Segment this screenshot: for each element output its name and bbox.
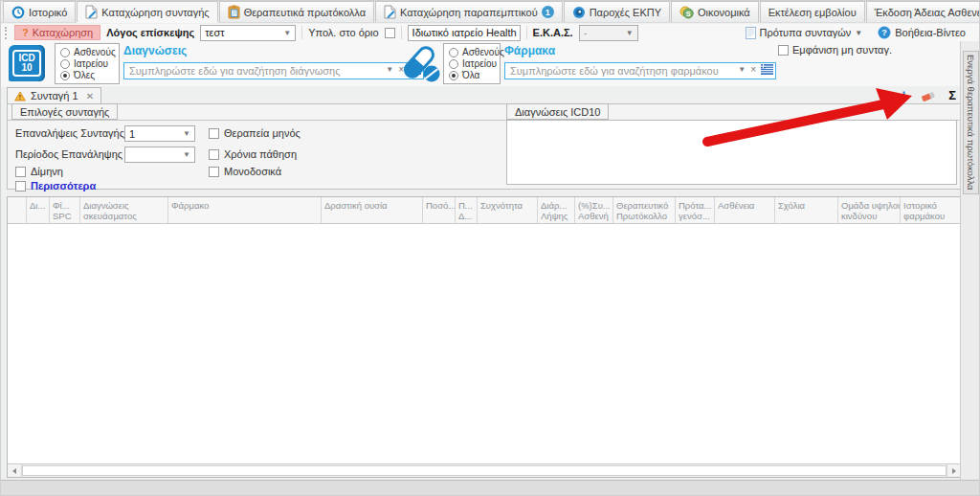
- column-header[interactable]: Σχόλια: [775, 197, 838, 223]
- column-header[interactable]: Π...Δ...: [456, 197, 478, 223]
- eraser-icon[interactable]: [921, 89, 936, 101]
- tab-label: Οικονομικά: [698, 7, 750, 18]
- tab-sick-leave-certificate[interactable]: Έκδοση Άδειας Ασθενείας / Ιατρικής Βεβαί…: [866, 1, 980, 22]
- radio-icon: [449, 71, 458, 80]
- repeat-period-select[interactable]: ▼: [124, 147, 195, 163]
- tab-label: Θεραπευτικά πρωτόκολλα: [244, 7, 366, 18]
- column-header[interactable]: Δραστική ουσία: [322, 197, 423, 223]
- bimonthly-row: Δίμηνη: [15, 166, 63, 177]
- radio-drug-all[interactable]: Όλα: [449, 70, 495, 80]
- radio-drug-patient[interactable]: Ασθενούς: [449, 47, 495, 57]
- document-pencil-icon: [85, 5, 98, 19]
- repeats-value: 1: [129, 128, 135, 140]
- options-tab[interactable]: Επιλογές συνταγής: [11, 103, 118, 120]
- column-header[interactable]: Διαγνώσειςσκευάσματος: [80, 197, 168, 223]
- icd-text: 10: [21, 62, 32, 73]
- scroll-left-button[interactable]: [8, 464, 22, 477]
- radio-drug-office[interactable]: Ιατρείου: [449, 58, 495, 69]
- tab-referral-entry[interactable]: Καταχώρηση παραπεμπτικού 1: [375, 1, 563, 22]
- icd10-book-icon: ICD10: [9, 45, 45, 81]
- column-header[interactable]: Ποσό...: [423, 197, 456, 223]
- prescription-actions: + Σ: [900, 87, 962, 103]
- limit-calc-label: Υπολ. στο όριο: [308, 27, 378, 38]
- scrollbar-thumb[interactable]: [22, 465, 947, 476]
- chronic-condition-checkbox[interactable]: [209, 149, 219, 160]
- column-header[interactable]: ΘεραπευτικόΠρωτόκολλο: [613, 197, 676, 223]
- prescription-drugs-table: Δι... Φί...SPC Διαγνώσειςσκευάσματος Φάρ…: [7, 196, 962, 478]
- tab-therapeutic-protocols[interactable]: Θεραπευτικά πρωτόκολλα: [219, 1, 374, 22]
- help-video-button[interactable]: ? Βοήθεια-Βίντεο: [878, 26, 966, 39]
- main-tabbar: Ιστορικό Καταχώρηση συνταγής Θεραπευτικά…: [1, 1, 979, 23]
- icd10-diagnoses-tab[interactable]: Διαγνώσεις ICD10: [506, 103, 609, 120]
- radio-diagnosis-office[interactable]: Ιατρείου: [60, 58, 114, 69]
- radio-icon: [449, 59, 458, 69]
- column-header[interactable]: Ομάδα υψηλούκινδύνου: [838, 197, 901, 223]
- show-nonprescribed-checkbox[interactable]: [778, 45, 789, 56]
- diagnosis-search-input[interactable]: [123, 62, 424, 79]
- chevron-down-icon: ▼: [620, 29, 634, 37]
- toolbar-grip[interactable]: [5, 27, 8, 39]
- diagnosis-scope-radiogroup: Ασθενούς Ιατρείου Όλες: [55, 43, 120, 84]
- triangle-left-icon: [12, 468, 16, 474]
- show-nonprescribed-checkbox-row: Εμφάνιση μη συνταγ.: [778, 44, 892, 56]
- limit-calc-checkbox[interactable]: [385, 28, 395, 38]
- add-drug-button[interactable]: +: [900, 89, 908, 102]
- month-therapy-checkbox[interactable]: [209, 128, 219, 139]
- column-header[interactable]: Φάρμακο: [168, 197, 322, 223]
- clinic-select[interactable]: Ιδιωτικό ιατρείο Health ... ▼: [408, 25, 521, 41]
- help-label: Βοήθεια-Βίντεο: [895, 27, 966, 38]
- column-header[interactable]: Δι...: [27, 197, 50, 223]
- tab-label: Ιστορικό: [29, 7, 67, 18]
- repeats-select[interactable]: 1 ▼: [124, 125, 195, 142]
- coins-icon: S: [679, 6, 694, 19]
- single-dose-checkbox[interactable]: [209, 167, 219, 177]
- column-header[interactable]: Πρότα...γενόσ...: [676, 197, 715, 223]
- prescription-templates-button[interactable]: Πρότυπα συνταγών ▼: [746, 27, 863, 39]
- chevron-down-icon: ▼: [177, 129, 190, 138]
- input-icons: ▼ ×: [738, 63, 773, 76]
- tab-prescription-1[interactable]: Συνταγή 1 ✕: [7, 87, 101, 103]
- visit-reason-select[interactable]: τεστ ▼: [200, 25, 296, 41]
- close-icon[interactable]: ✕: [86, 91, 94, 101]
- toolbar-right-group: Πρότυπα συνταγών ▼ ? Βοήθεια-Βίντεο: [746, 26, 975, 39]
- column-header[interactable]: Φί...SPC: [50, 197, 80, 223]
- clipboard-icon: [228, 5, 240, 19]
- table-body: [8, 224, 961, 463]
- more-options-checkbox[interactable]: [15, 181, 26, 192]
- sum-button[interactable]: Σ: [948, 88, 956, 102]
- column-header-select[interactable]: [8, 197, 27, 223]
- radio-diagnosis-all[interactable]: Όλες: [60, 70, 114, 80]
- column-header[interactable]: Συχνότητα: [478, 197, 538, 223]
- tab-label: Καταχώρηση συνταγής: [101, 7, 209, 18]
- chevron-down-icon[interactable]: ▼: [738, 65, 746, 74]
- chronic-condition-row: Χρόνια πάθηση: [209, 148, 297, 160]
- tab-prescription-entry[interactable]: Καταχώρηση συνταγής: [77, 1, 217, 22]
- tab-history[interactable]: Ιστορικό: [3, 1, 76, 22]
- template-document-icon: [746, 27, 756, 39]
- tab-financials[interactable]: S Οικονομικά: [671, 1, 759, 22]
- register-button[interactable]: ? Καταχώρηση: [14, 25, 100, 40]
- tab-label: Εκτέλεση εμβολίου: [768, 7, 857, 18]
- active-protocols-side-tab[interactable]: Ενεργά θεραπευτικά πρωτόκολλα: [963, 51, 979, 194]
- tab-vaccine-execution[interactable]: Εκτέλεση εμβολίου: [760, 1, 865, 22]
- column-header[interactable]: Ιστορικόφαρμάκου: [901, 197, 956, 223]
- column-header[interactable]: (%)Συ...Ασθενή: [575, 197, 613, 223]
- bimonthly-checkbox[interactable]: [15, 167, 26, 177]
- chevron-down-icon[interactable]: ▼: [386, 65, 393, 74]
- horizontal-scrollbar[interactable]: [8, 463, 961, 477]
- greek-flag-icon[interactable]: [761, 64, 773, 75]
- svg-text:S: S: [686, 9, 691, 17]
- drug-search-input[interactable]: [504, 62, 776, 79]
- ekas-select[interactable]: - ▼: [579, 25, 638, 41]
- column-header[interactable]: Διάρ...Λήψης: [538, 197, 575, 223]
- scroll-right-button[interactable]: [947, 464, 961, 477]
- tab-ekpy-benefits[interactable]: Παροχές ΕΚΠΥ: [564, 1, 670, 22]
- search-section: ICD10 Ασθενούς Ιατρείου Όλες Διαγνώσεις …: [1, 41, 960, 86]
- column-header[interactable]: Ασθένεια: [715, 197, 775, 223]
- clear-icon[interactable]: ×: [750, 65, 756, 75]
- tab-label: Παροχές ΕΚΠΥ: [590, 7, 661, 18]
- more-options-link[interactable]: Περισσότερα: [31, 180, 96, 192]
- side-panel-strip: Ενεργά θεραπευτικά πρωτόκολλα: [960, 41, 979, 480]
- radio-diagnosis-patient[interactable]: Ασθενούς: [60, 47, 114, 57]
- document-pencil-icon: [384, 5, 396, 19]
